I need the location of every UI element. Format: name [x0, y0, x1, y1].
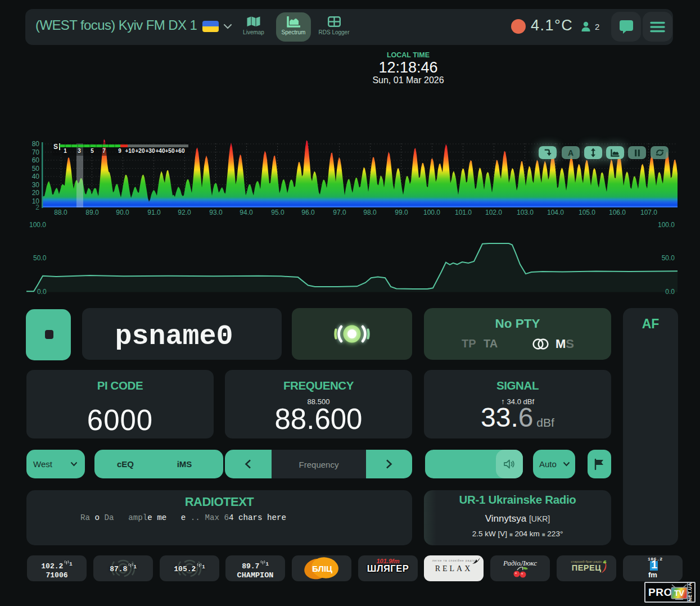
svg-text:БЛІЦ: БЛІЦ — [312, 564, 332, 573]
svg-text:TV: TV — [674, 589, 685, 598]
